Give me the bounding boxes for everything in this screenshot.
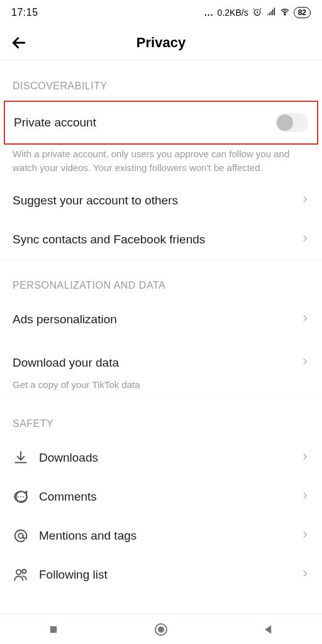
chevron-right-icon [301,528,309,544]
row-download-data[interactable]: Download your data [0,339,322,378]
chevron-right-icon [301,567,309,583]
at-sign-icon [13,528,29,544]
wifi-icon [280,7,290,19]
svg-rect-6 [50,626,57,633]
row-ads-personalization[interactable]: Ads personalization [0,300,322,339]
chevron-right-icon [301,450,309,466]
section-header-safety: SAFETY [0,398,322,438]
row-comments[interactable]: Comments [0,477,322,516]
label-download-data: Download your data [13,356,291,370]
row-private-account[interactable]: Private account [5,102,317,143]
page-title: Privacy [136,35,186,51]
toggle-knob [277,114,293,131]
back-system-button[interactable] [258,619,279,640]
users-icon [13,567,29,583]
status-bar: 17:15 ... 0.2KB/s 82 [0,0,322,25]
alarm-icon [252,7,262,19]
svg-point-4 [16,570,21,575]
label-following-list: Following list [39,568,291,582]
label-private-account: Private account [14,116,265,130]
label-suggest-account: Suggest your account to others [13,194,291,208]
label-downloads: Downloads [39,451,291,465]
chevron-right-icon [301,489,309,505]
label-ads-personalization: Ads personalization [13,313,291,326]
section-header-discoverability: DISCOVERABILITY [0,60,322,101]
label-comments: Comments [39,490,291,504]
chevron-right-icon [301,311,309,328]
svg-point-3 [18,533,23,538]
recent-apps-button[interactable] [43,619,64,640]
status-time: 17:15 [11,7,38,18]
signal-icon [266,7,276,19]
row-mentions[interactable]: Mentions and tags [0,516,322,555]
row-following-list[interactable]: Following list [0,555,322,594]
settings-content: DISCOVERABILITY Private account With a p… [0,60,322,594]
label-sync-contacts: Sync contacts and Facebook friends [13,233,291,247]
comment-icon [13,489,29,505]
subtext-private-account: With a private account, only users you a… [0,145,322,181]
back-button[interactable] [8,31,30,54]
row-suggest-account[interactable]: Suggest your account to others [0,181,322,220]
battery-indicator: 82 [294,7,311,18]
system-nav-bar [0,614,322,644]
svg-point-8 [158,626,164,633]
row-sync-contacts[interactable]: Sync contacts and Facebook friends [0,220,322,259]
label-mentions: Mentions and tags [39,529,291,543]
page-header: Privacy [0,25,322,60]
chevron-right-icon [301,192,309,209]
arrow-left-icon [9,33,28,52]
svg-point-1 [284,14,286,15]
chevron-right-icon [301,355,309,371]
svg-point-5 [22,570,26,574]
highlight-private-account: Private account [4,101,318,145]
toggle-private-account[interactable] [275,113,308,132]
row-downloads[interactable]: Downloads [0,438,322,477]
subtext-download-data: Get a copy of your TikTok data [0,378,322,398]
home-button[interactable] [151,619,171,640]
status-right: ... 0.2KB/s 82 [204,7,311,19]
status-net-speed: 0.2KB/s [218,8,248,18]
section-header-personalization: PERSONALIZATION AND DATA [0,260,322,300]
chevron-right-icon [301,231,309,248]
download-icon [13,450,29,466]
